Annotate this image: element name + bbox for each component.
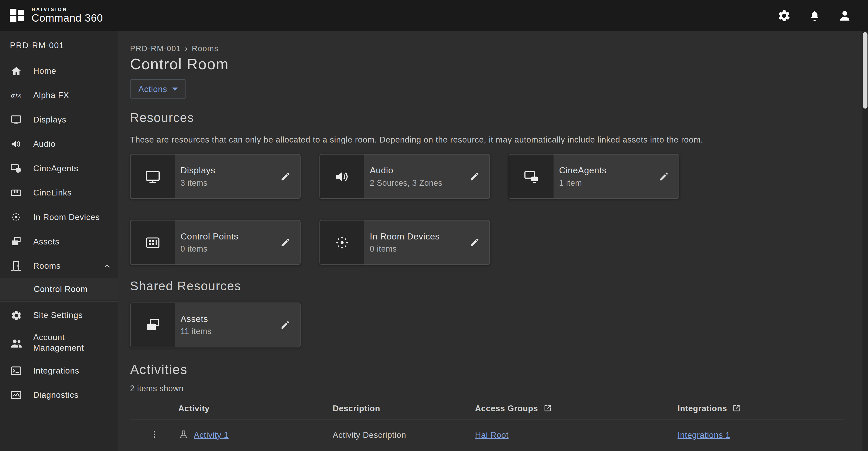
product-name: Command 360 [32, 12, 103, 24]
cineagents-icon [9, 162, 23, 174]
haivision-logo-icon [9, 7, 26, 24]
sidebar-item-cinelinks[interactable]: CineLinks [0, 181, 118, 205]
sidebar: PRD-RM-001 Home αfx Alpha FX Displays [0, 31, 118, 451]
resource-card-displays[interactable]: Displays 3 items [130, 154, 301, 199]
resources-heading: Resources [130, 111, 843, 125]
shared-card-assets[interactable]: Assets 11 items [130, 303, 301, 347]
sidebar-item-label: Audio [33, 139, 56, 149]
sidebar-item-label: Integrations [33, 365, 79, 376]
sidebar-item-label: In Room Devices [33, 212, 100, 222]
column-header-access-groups: Access Groups [475, 403, 538, 413]
shared-resources-heading: Shared Resources [130, 279, 843, 294]
brand-name: HAIVISION [32, 7, 103, 12]
activity-link[interactable]: Activity 1 [194, 430, 229, 439]
assets-icon [130, 303, 175, 347]
activity-description-cell: Activity Description [333, 430, 475, 439]
column-header-integrations: Integrations [677, 403, 727, 413]
alpha-fx-icon: αfx [9, 89, 23, 102]
actions-button-label: Actions [138, 84, 167, 94]
external-link-icon[interactable] [732, 403, 742, 413]
sidebar-item-label: CineLinks [33, 188, 71, 198]
breadcrumb-rooms-link[interactable]: Rooms [192, 44, 219, 53]
vertical-scrollbar-track[interactable] [863, 31, 868, 451]
card-title: CineAgents [559, 166, 659, 176]
sidebar-item-label: Diagnostics [33, 390, 79, 400]
activities-table-header: Activity Description Access Groups Integ… [130, 397, 843, 419]
edit-pencil-icon[interactable] [280, 171, 290, 182]
card-subtitle: 2 Sources, 3 Zones [370, 178, 469, 187]
sidebar-item-label: Alpha FX [33, 90, 69, 101]
terminal-icon [9, 365, 23, 377]
card-title: Control Points [181, 231, 280, 242]
sidebar-item-in-room-devices[interactable]: In Room Devices [0, 205, 118, 229]
app-window: HAIVISION Command 360 PRD-RM-001 Home [0, 0, 868, 451]
sidebar-item-label: Rooms [33, 261, 61, 271]
sidebar-item-site-settings[interactable]: Site Settings [0, 303, 118, 328]
card-title: Audio [370, 166, 469, 176]
sidebar-item-label: Assets [33, 236, 60, 247]
home-icon [9, 65, 23, 77]
column-header-activity: Activity [178, 403, 210, 413]
card-subtitle: 1 item [559, 178, 659, 187]
access-group-link[interactable]: Hai Root [475, 430, 509, 439]
card-subtitle: 3 items [181, 178, 280, 187]
edit-pencil-icon[interactable] [659, 171, 669, 182]
sidebar-item-home[interactable]: Home [0, 59, 118, 83]
resource-card-control-points[interactable]: Control Points 0 items [130, 220, 301, 265]
resource-cards-row-1: Displays 3 items Audio 2 Sources, 3 Zone… [130, 154, 843, 199]
row-kebab-menu-icon[interactable] [149, 429, 159, 440]
activities-heading: Activities [130, 363, 843, 377]
sidebar-item-label: Site Settings [33, 310, 83, 320]
activities-table: Activity Description Access Groups Integ… [130, 397, 843, 449]
resource-cards-row-2: Control Points 0 items In Room Devices 0… [130, 220, 843, 265]
chevron-up-icon[interactable] [103, 262, 111, 270]
resource-card-cineagents[interactable]: CineAgents 1 item [509, 154, 679, 199]
sidebar-item-audio[interactable]: Audio [0, 132, 118, 157]
chevron-down-icon [172, 87, 178, 91]
card-subtitle: 11 items [181, 327, 280, 336]
breadcrumb-site-link[interactable]: PRD-RM-001 [130, 44, 181, 53]
sidebar-item-control-room[interactable]: Control Room [0, 278, 118, 300]
notifications-bell-icon[interactable] [808, 9, 821, 22]
settings-gear-icon[interactable] [777, 9, 791, 23]
audio-speaker-icon [320, 154, 364, 198]
card-subtitle: 0 items [370, 245, 469, 253]
edit-pencil-icon[interactable] [469, 171, 480, 182]
card-title: In Room Devices [370, 231, 469, 242]
page-title: Control Room [130, 56, 843, 73]
account-user-icon[interactable] [838, 9, 851, 22]
sidebar-item-assets[interactable]: Assets [0, 229, 118, 254]
edit-pencil-icon[interactable] [280, 237, 290, 248]
sidebar-item-label: CineAgents [33, 163, 79, 174]
sidebar-item-account-management[interactable]: Account Management [0, 328, 118, 359]
sidebar-item-label: Displays [33, 115, 66, 125]
sidebar-item-cineagents[interactable]: CineAgents [0, 156, 118, 181]
card-title: Displays [181, 166, 280, 176]
edit-pencil-icon[interactable] [469, 237, 480, 248]
external-link-icon[interactable] [543, 403, 552, 413]
edit-pencil-icon[interactable] [280, 320, 290, 330]
sidebar-item-integrations[interactable]: Integrations [0, 359, 118, 383]
activities-count: 2 items shown [130, 384, 843, 393]
gear-icon [9, 310, 23, 321]
integration-link[interactable]: Integrations 1 [677, 430, 730, 439]
sidebar-item-diagnostics[interactable]: Diagnostics [0, 383, 118, 407]
in-room-devices-icon [320, 221, 364, 264]
sidebar-item-displays[interactable]: Displays [0, 108, 118, 132]
rooms-door-icon [9, 260, 23, 272]
sidebar-item-alpha-fx[interactable]: αfx Alpha FX [0, 83, 118, 108]
vertical-scrollbar-thumb[interactable] [863, 32, 867, 109]
cineagents-icon [509, 154, 554, 198]
table-row: Activity 1 Activity Description Hai Root… [130, 419, 843, 449]
resource-card-in-room-devices[interactable]: In Room Devices 0 items [319, 220, 490, 265]
actions-button[interactable]: Actions [130, 79, 186, 99]
haivision-brand[interactable]: HAIVISION Command 360 [9, 7, 103, 24]
sidebar-item-rooms[interactable]: Rooms [0, 254, 118, 278]
cinelinks-icon [9, 187, 23, 199]
sidebar-divider [0, 301, 118, 302]
sidebar-nav: Home αfx Alpha FX Displays Audio [0, 59, 118, 407]
card-title: Assets [181, 314, 280, 324]
in-room-devices-icon [9, 211, 23, 223]
diagnostics-chart-icon [9, 389, 23, 401]
resource-card-audio[interactable]: Audio 2 Sources, 3 Zones [319, 154, 490, 199]
